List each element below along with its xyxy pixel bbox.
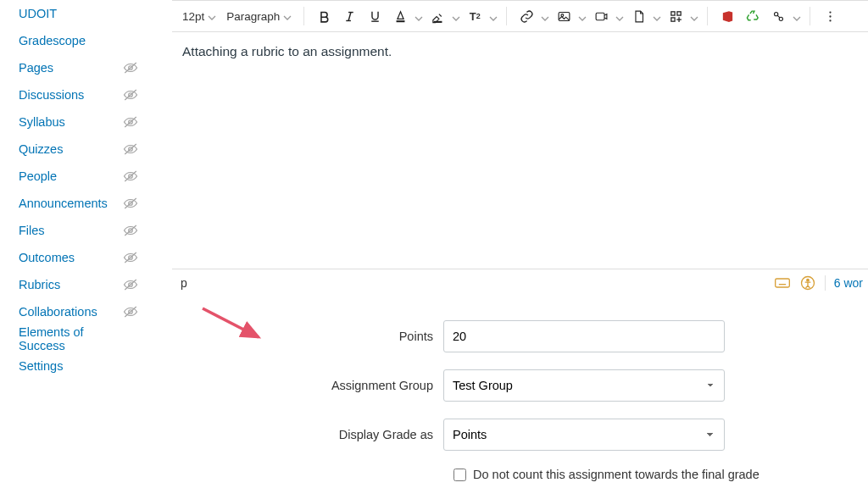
- hidden-eye-icon: [123, 250, 138, 265]
- sidebar-item-elements-of-success[interactable]: Elements of Success: [19, 325, 138, 352]
- display-grade-select[interactable]: Points: [443, 419, 725, 451]
- hidden-eye-icon: [123, 169, 138, 184]
- office-plugin-icon[interactable]: [716, 5, 738, 27]
- sidebar-item-label[interactable]: Elements of Success: [19, 325, 124, 352]
- sidebar-item-label[interactable]: Announcements: [19, 197, 108, 210]
- svg-rect-30: [677, 11, 681, 14]
- assignment-group-select[interactable]: Test Group: [443, 369, 725, 402]
- final-grade-checkbox-row: Do not count this assignment towards the…: [453, 468, 868, 481]
- sidebar-item-label[interactable]: Settings: [19, 359, 63, 373]
- sidebar-item-syllabus[interactable]: Syllabus: [19, 108, 138, 136]
- chevron-down-icon[interactable]: [489, 12, 498, 20]
- sidebar-item-collaborations[interactable]: Collaborations: [19, 298, 138, 325]
- chevron-down-icon[interactable]: [541, 12, 549, 20]
- svg-point-36: [829, 19, 831, 21]
- document-button[interactable]: [627, 5, 649, 27]
- sidebar-item-label[interactable]: Collaborations: [19, 305, 97, 319]
- recycle-plugin-icon[interactable]: [742, 5, 764, 27]
- underline-button[interactable]: [364, 5, 386, 27]
- toolbar-divider: [303, 7, 304, 25]
- svg-point-45: [807, 279, 810, 281]
- chevron-down-icon[interactable]: [578, 12, 587, 20]
- toolbar-divider: [707, 7, 708, 25]
- sidebar-item-udoit[interactable]: UDOIT: [19, 0, 138, 27]
- sidebar-item-label[interactable]: Pages: [19, 61, 53, 75]
- equation-plugin-icon[interactable]: [767, 5, 789, 27]
- assignment-form: Points Assignment Group Test Group Displ…: [172, 297, 868, 481]
- font-size-select[interactable]: 12pt: [179, 7, 220, 26]
- sidebar-item-quizzes[interactable]: Quizzes: [19, 136, 138, 163]
- word-count[interactable]: 6 wor: [834, 276, 863, 290]
- bold-button[interactable]: [313, 5, 335, 27]
- hidden-eye-icon: [123, 87, 138, 103]
- rce-editor[interactable]: Attaching a rubric to an assignment.: [172, 32, 868, 269]
- sidebar-item-label[interactable]: Gradescope: [19, 34, 86, 47]
- keyboard-shortcuts-icon[interactable]: [774, 274, 791, 291]
- chevron-down-icon[interactable]: [415, 12, 423, 20]
- sidebar-item-pages[interactable]: Pages: [19, 54, 138, 81]
- sidebar-item-settings[interactable]: Settings: [19, 352, 138, 380]
- sidebar-item-outcomes[interactable]: Outcomes: [19, 244, 138, 271]
- final-grade-checkbox[interactable]: [453, 469, 466, 481]
- apps-button[interactable]: [665, 5, 687, 27]
- sidebar-item-label[interactable]: Syllabus: [19, 115, 65, 129]
- sidebar-item-label[interactable]: Rubrics: [19, 278, 60, 291]
- hidden-eye-icon: [123, 304, 138, 319]
- rce-toolbar: 12pt Paragraph T2: [172, 0, 868, 32]
- chevron-down-icon[interactable]: [615, 12, 624, 20]
- chevron-down-icon[interactable]: [452, 12, 460, 20]
- sidebar-item-discussions[interactable]: Discussions: [19, 81, 138, 108]
- sidebar-item-label[interactable]: Files: [19, 224, 45, 237]
- sidebar-item-rubrics[interactable]: Rubrics: [19, 271, 138, 298]
- chevron-down-icon: [283, 12, 292, 20]
- chevron-down-icon[interactable]: [653, 12, 661, 20]
- main-content: 12pt Paragraph T2: [148, 0, 868, 488]
- assignment-group-label: Assignment Group: [172, 379, 443, 392]
- course-nav: UDOIT Gradescope Pages Discussions Sylla…: [0, 0, 148, 488]
- svg-rect-29: [671, 11, 675, 14]
- hidden-eye-icon: [123, 277, 138, 292]
- svg-rect-37: [775, 279, 789, 287]
- hidden-eye-icon: [123, 141, 138, 157]
- block-format-select[interactable]: Paragraph: [223, 7, 295, 26]
- sidebar-item-label[interactable]: People: [19, 169, 57, 183]
- kebab-menu-button[interactable]: [819, 5, 841, 27]
- points-label: Points: [172, 330, 443, 343]
- superscript-button[interactable]: T2: [464, 5, 486, 27]
- accessibility-checker-icon[interactable]: [799, 274, 816, 291]
- sidebar-item-label[interactable]: UDOIT: [19, 7, 57, 20]
- hidden-eye-icon: [123, 60, 138, 75]
- link-button[interactable]: [515, 5, 537, 27]
- svg-line-22: [348, 12, 351, 20]
- sidebar-item-label[interactable]: Discussions: [19, 88, 84, 102]
- block-format-value: Paragraph: [226, 10, 280, 23]
- points-input[interactable]: [443, 320, 725, 352]
- rce-statusbar: p 6 wor: [172, 269, 868, 297]
- sidebar-item-files[interactable]: Files: [19, 217, 138, 244]
- sidebar-item-label[interactable]: Quizzes: [19, 142, 63, 156]
- hidden-eye-icon: [123, 114, 138, 130]
- highlight-color-button[interactable]: [426, 5, 448, 27]
- text-color-button[interactable]: [389, 5, 411, 27]
- final-grade-checkbox-label: Do not count this assignment towards the…: [473, 468, 760, 481]
- display-grade-label: Display Grade as: [172, 428, 443, 441]
- assignment-group-row: Assignment Group Test Group: [172, 369, 868, 402]
- display-grade-row: Display Grade as Points: [172, 419, 868, 451]
- chevron-down-icon[interactable]: [793, 12, 801, 20]
- italic-button[interactable]: [338, 5, 360, 27]
- toolbar-divider: [810, 7, 810, 25]
- svg-rect-31: [671, 17, 675, 20]
- sidebar-item-gradescope[interactable]: Gradescope: [19, 27, 138, 54]
- editor-content[interactable]: Attaching a rubric to an assignment.: [172, 32, 868, 71]
- sidebar-item-label[interactable]: Outcomes: [19, 251, 75, 264]
- svg-rect-28: [596, 13, 604, 20]
- chevron-down-icon[interactable]: [690, 12, 698, 20]
- chevron-down-icon: [208, 12, 216, 20]
- media-button[interactable]: [590, 5, 612, 27]
- sidebar-item-people[interactable]: People: [19, 163, 138, 190]
- sidebar-item-announcements[interactable]: Announcements: [19, 190, 138, 217]
- font-size-value: 12pt: [182, 10, 204, 23]
- element-path[interactable]: p: [181, 276, 187, 290]
- image-button[interactable]: [553, 5, 575, 27]
- footer-divider: [825, 275, 826, 291]
